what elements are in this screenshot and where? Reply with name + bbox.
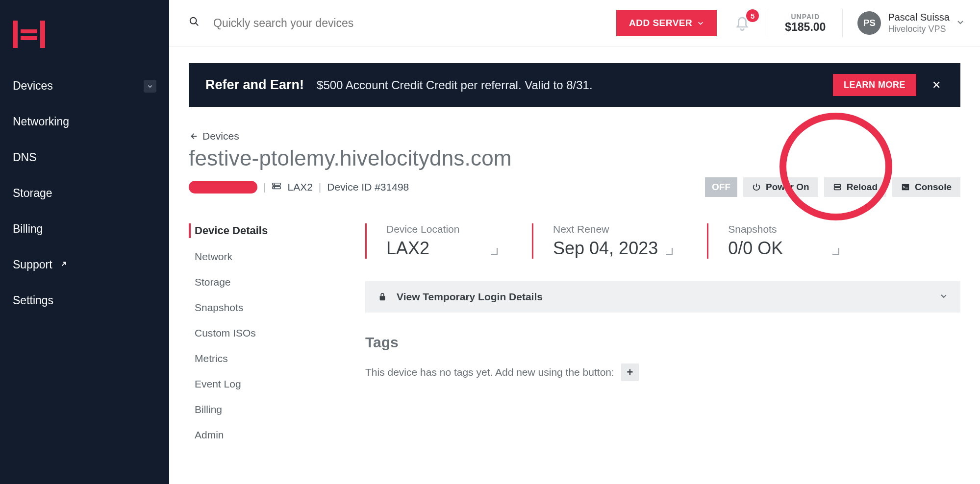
stat-value: 0/0 OK <box>728 238 825 259</box>
add-tag-button[interactable]: + <box>621 363 639 381</box>
user-menu[interactable]: PS Pascal Suissa Hivelocity VPS <box>854 11 964 35</box>
unpaid-label: UNPAID <box>785 13 826 21</box>
expand-corner-icon <box>491 248 498 255</box>
subnav-event-log[interactable]: Event Log <box>189 377 359 391</box>
subnav-snapshots[interactable]: Snapshots <box>189 301 359 315</box>
console-button[interactable]: Console <box>892 177 960 197</box>
content: Refer and Earn! $500 Account Credit Cred… <box>169 47 980 484</box>
chevron-down-icon <box>940 292 948 302</box>
sidebar-item-dns[interactable]: DNS <box>13 151 156 164</box>
svg-point-7 <box>274 184 275 184</box>
svg-rect-11 <box>902 184 909 191</box>
arrow-left-icon <box>189 132 198 141</box>
tags-empty-text: This device has no tags yet. Add new usi… <box>365 366 614 378</box>
svg-rect-3 <box>21 36 37 40</box>
main: Quickly search your devices ADD SERVER 5… <box>169 0 980 484</box>
search-icon <box>189 16 200 30</box>
device-details-panel: Device Location LAX2 Next Renew Sep 04, … <box>365 223 960 442</box>
search-placeholder: Quickly search your devices <box>213 17 353 30</box>
stat-value: LAX2 <box>386 238 483 259</box>
unpaid-amount: $185.00 <box>785 21 826 34</box>
add-server-button[interactable]: ADD SERVER <box>616 10 717 36</box>
subnav-billing[interactable]: Billing <box>189 403 359 416</box>
banner-desc: $500 Account Credit Credit per referral.… <box>317 78 820 92</box>
power-off-button[interactable]: OFF <box>705 177 737 197</box>
accordion-title: View Temporary Login Details <box>397 291 543 303</box>
breadcrumb-back[interactable]: Devices <box>189 130 960 142</box>
expand-corner-icon <box>832 248 839 255</box>
divider <box>842 9 843 37</box>
subnav-network[interactable]: Network <box>189 250 359 264</box>
stat-location[interactable]: Device Location LAX2 <box>365 223 503 259</box>
sidebar-item-label: Storage <box>13 187 52 200</box>
device-subnav: Device Details Network Storage Snapshots… <box>189 223 365 442</box>
chevron-down-icon <box>144 80 156 93</box>
subnav-custom-isos[interactable]: Custom ISOs <box>189 326 359 340</box>
sidebar-item-storage[interactable]: Storage <box>13 187 156 200</box>
svg-rect-12 <box>380 296 385 300</box>
subnav-admin[interactable]: Admin <box>189 428 359 442</box>
svg-point-8 <box>274 187 275 188</box>
expand-corner-icon <box>666 248 673 255</box>
sidebar-item-support[interactable]: Support <box>13 258 156 271</box>
sidebar-item-settings[interactable]: Settings <box>13 294 156 307</box>
user-name: Pascal Suissa <box>888 11 950 24</box>
promo-banner: Refer and Earn! $500 Account Credit Cred… <box>189 63 960 107</box>
divider: | <box>263 181 266 193</box>
unpaid-balance[interactable]: UNPAID $185.00 <box>780 13 830 34</box>
server-icon <box>833 183 842 192</box>
sidebar-item-label: Devices <box>13 79 53 93</box>
device-location-code: LAX2 <box>287 181 312 193</box>
sidebar-item-billing[interactable]: Billing <box>13 222 156 236</box>
terminal-icon <box>901 183 910 192</box>
power-icon <box>752 183 761 192</box>
sidebar-item-label: Settings <box>13 294 53 307</box>
login-details-accordion[interactable]: View Temporary Login Details <box>365 281 960 313</box>
subnav-metrics[interactable]: Metrics <box>189 352 359 365</box>
divider <box>768 9 768 37</box>
stat-snapshots[interactable]: Snapshots 0/0 OK <box>707 223 844 259</box>
svg-point-4 <box>190 18 197 24</box>
chevron-down-icon <box>956 18 964 28</box>
lock-icon <box>378 292 387 302</box>
topbar: Quickly search your devices ADD SERVER 5… <box>169 0 980 47</box>
sidebar: Devices Networking DNS Storage Billing S… <box>0 0 169 484</box>
notifications-button[interactable]: 5 <box>729 12 756 34</box>
device-actions: OFF Power On Reload Console <box>705 177 960 197</box>
external-link-icon <box>56 258 68 271</box>
reload-label: Reload <box>847 182 878 193</box>
add-server-label: ADD SERVER <box>629 18 692 28</box>
sidebar-nav: Devices Networking DNS Storage Billing S… <box>0 79 169 307</box>
subnav-device-details[interactable]: Device Details <box>189 223 359 238</box>
close-icon[interactable]: ✕ <box>929 79 944 92</box>
search[interactable]: Quickly search your devices <box>189 16 604 30</box>
brand-logo <box>0 12 169 79</box>
page-title: festive-ptolemy.hivelocitydns.com <box>189 146 960 170</box>
notifications-badge: 5 <box>746 9 759 22</box>
stat-label: Snapshots <box>728 223 825 235</box>
power-on-button[interactable]: Power On <box>743 177 818 197</box>
avatar: PS <box>857 11 881 35</box>
sidebar-item-networking[interactable]: Networking <box>13 115 156 128</box>
reload-button[interactable]: Reload <box>824 177 886 197</box>
user-text: Pascal Suissa Hivelocity VPS <box>888 11 950 35</box>
user-org: Hivelocity VPS <box>888 24 950 35</box>
subnav-storage[interactable]: Storage <box>189 275 359 289</box>
learn-more-button[interactable]: LEARN MORE <box>833 74 916 96</box>
svg-rect-0 <box>13 21 18 48</box>
device-id: Device ID #31498 <box>327 181 409 193</box>
stat-value: Sep 04, 2023 <box>553 238 658 259</box>
divider: | <box>319 181 321 193</box>
svg-rect-10 <box>834 188 840 190</box>
device-meta: | LAX2 | Device ID #31498 <box>189 181 409 194</box>
datacenter-icon <box>272 181 281 193</box>
console-label: Console <box>915 182 952 193</box>
redacted-pill <box>189 181 257 194</box>
stat-next-renew[interactable]: Next Renew Sep 04, 2023 <box>532 223 678 259</box>
sidebar-item-label: Networking <box>13 115 69 128</box>
chevron-down-icon <box>697 20 704 26</box>
hivelocity-logo-icon <box>12 19 46 50</box>
breadcrumb-label: Devices <box>202 130 239 142</box>
sidebar-item-devices[interactable]: Devices <box>13 79 156 93</box>
power-on-label: Power On <box>766 182 809 193</box>
